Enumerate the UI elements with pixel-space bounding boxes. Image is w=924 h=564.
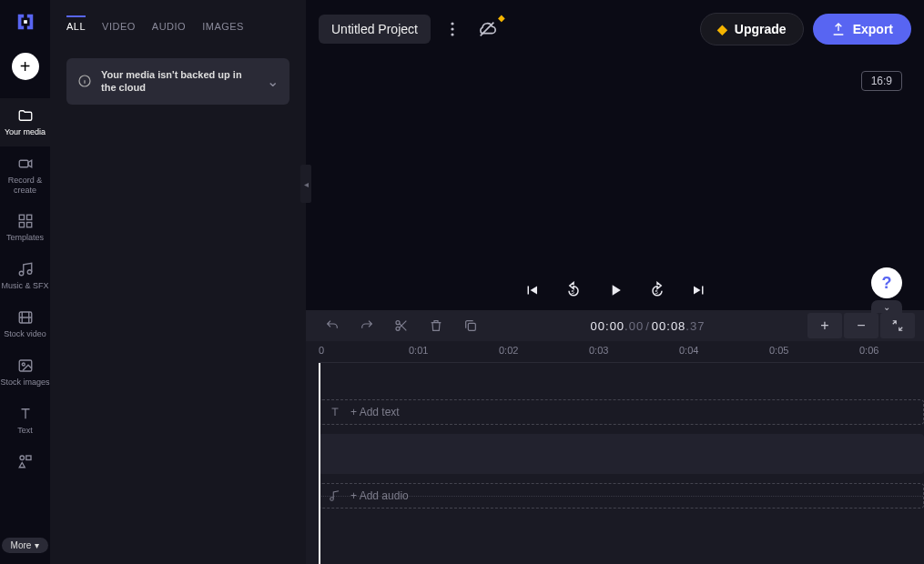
cloud-sync-button[interactable]: ◆ <box>474 16 500 42</box>
current-time-frac: .00 <box>624 319 644 333</box>
rewind-5-button[interactable]: 5 <box>562 278 585 302</box>
export-label: Export <box>853 22 893 36</box>
main-area: Untitled Project ◆ ◆ Upgrade Export ◂ 16… <box>306 0 924 564</box>
tab-audio[interactable]: AUDIO <box>152 17 186 35</box>
text-track[interactable]: + Add text <box>319 399 924 425</box>
text-t-icon <box>17 406 34 422</box>
ruler-tick: 0:01 <box>409 345 428 356</box>
rail-your-media[interactable]: Your media <box>0 98 50 146</box>
svg-point-9 <box>20 456 25 460</box>
forward-5-button[interactable]: 5 <box>645 278 669 302</box>
svg-rect-2 <box>19 216 24 220</box>
timeline: 00:00.00/00:08.37 + − 0 0:01 0:02 0:03 0… <box>306 309 924 564</box>
app-logo[interactable] <box>0 0 50 44</box>
svg-rect-4 <box>19 223 24 227</box>
minus-icon: − <box>857 317 865 334</box>
aspect-ratio-button[interactable]: 16:9 <box>861 71 902 91</box>
duplicate-button[interactable] <box>453 310 488 341</box>
svg-point-14 <box>451 33 453 35</box>
upgrade-button[interactable]: ◆ Upgrade <box>700 13 804 45</box>
svg-rect-3 <box>26 216 31 220</box>
text-t-icon <box>329 406 341 418</box>
project-menu-button[interactable] <box>440 16 465 42</box>
more-button[interactable]: More ▾ <box>2 538 49 553</box>
duplicate-icon <box>463 318 478 333</box>
backup-notice[interactable]: Your media isn't backed up in the cloud … <box>66 58 289 105</box>
music-note-icon <box>17 261 34 277</box>
current-time: 00:00 <box>591 319 625 333</box>
playhead[interactable] <box>319 363 320 564</box>
skip-next-icon <box>691 282 707 298</box>
rail-text[interactable]: Text <box>0 397 50 445</box>
svg-rect-1 <box>19 160 28 167</box>
more-label: More <box>11 540 32 550</box>
zoom-in-button[interactable]: + <box>807 313 842 338</box>
topbar: Untitled Project ◆ ◆ Upgrade Export <box>306 0 924 58</box>
rail-label: Templates <box>6 233 44 243</box>
music-note-icon <box>329 489 341 502</box>
export-button[interactable]: Export <box>813 14 911 45</box>
add-audio-label: + Add audio <box>350 489 409 502</box>
timeline-ruler[interactable]: 0 0:01 0:02 0:03 0:04 0:05 0:06 <box>319 341 924 363</box>
media-tabs: ALL VIDEO AUDIO IMAGES <box>50 0 306 44</box>
shapes-icon <box>17 453 34 469</box>
ruler-tick: 0 <box>319 345 324 356</box>
upload-icon <box>831 22 846 36</box>
redo-button[interactable] <box>350 310 384 341</box>
notice-text: Your media isn't backed up in the cloud <box>101 68 258 95</box>
cloud-off-icon <box>477 19 497 39</box>
collapse-panel-handle[interactable]: ◂ <box>300 165 311 203</box>
split-button[interactable] <box>384 310 419 341</box>
skip-end-button[interactable] <box>687 278 711 302</box>
rail-label: Stock video <box>4 329 46 339</box>
svg-rect-5 <box>26 223 31 227</box>
playback-controls: 5 5 <box>306 278 924 302</box>
tab-all[interactable]: ALL <box>66 15 86 35</box>
ruler-tick: 0:02 <box>499 345 518 356</box>
left-rail: + Your media Record & create Templates M… <box>0 0 50 564</box>
total-time-frac: .37 <box>685 319 705 333</box>
undo-button[interactable] <box>315 310 350 341</box>
forward-5-icon: 5 <box>648 281 666 299</box>
trash-icon <box>429 318 443 333</box>
rail-label: Your media <box>5 127 46 137</box>
skip-previous-icon <box>523 282 540 298</box>
undo-icon <box>325 318 340 333</box>
rail-stock-images[interactable]: Stock images <box>0 348 50 397</box>
rail-music-sfx[interactable]: Music & SFX <box>0 252 50 300</box>
svg-text:5: 5 <box>571 289 574 295</box>
upgrade-label: Upgrade <box>735 22 787 36</box>
tab-images[interactable]: IMAGES <box>202 17 244 35</box>
info-icon <box>77 74 92 88</box>
ruler-tick: 0:06 <box>859 345 878 356</box>
timeline-tracks[interactable]: + Add text + Add audio <box>319 363 924 564</box>
scissors-icon <box>394 318 409 333</box>
svg-point-12 <box>451 22 453 25</box>
audio-track[interactable]: + Add audio <box>319 483 924 509</box>
video-track[interactable] <box>319 434 924 474</box>
rail-templates[interactable]: Templates <box>0 204 50 252</box>
gem-icon: ◆ <box>717 22 727 36</box>
delete-button[interactable] <box>419 310 453 341</box>
plus-icon: + <box>820 317 828 334</box>
svg-point-8 <box>22 363 25 366</box>
project-title[interactable]: Untitled Project <box>319 15 431 44</box>
rail-more-shapes[interactable] <box>0 444 50 469</box>
rail-stock-video[interactable]: Stock video <box>0 300 50 348</box>
tab-video[interactable]: VIDEO <box>102 17 136 35</box>
chevron-down-icon: ⌄ <box>267 73 279 90</box>
clipchamp-logo-icon <box>15 12 36 32</box>
zoom-out-button[interactable]: − <box>844 313 878 338</box>
rail-label: Record & create <box>0 176 50 196</box>
add-button[interactable]: + <box>12 53 39 80</box>
rail-record-create[interactable]: Record & create <box>0 146 50 205</box>
skip-start-button[interactable] <box>520 278 543 302</box>
preview-collapse-button[interactable]: ⌄ <box>871 300 902 313</box>
zoom-fit-button[interactable] <box>880 313 915 338</box>
rail-label: Text <box>17 426 33 436</box>
play-button[interactable] <box>604 278 627 302</box>
preview-area: ◂ 16:9 ? ⌄ 5 5 <box>306 58 924 309</box>
total-time: 00:08 <box>652 319 686 333</box>
collapse-icon <box>891 319 904 332</box>
svg-rect-7 <box>19 360 32 371</box>
